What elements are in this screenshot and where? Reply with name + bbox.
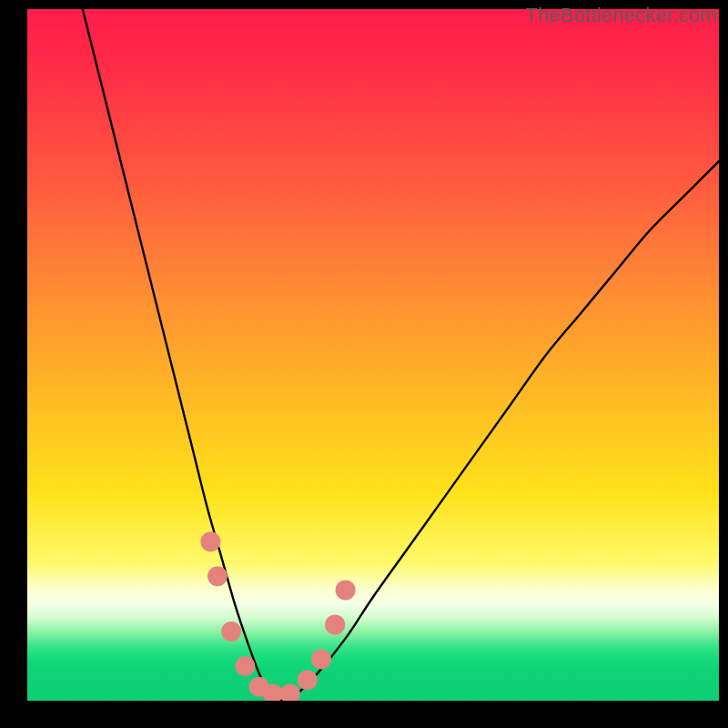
data-dot — [336, 580, 356, 600]
data-dot — [235, 656, 255, 676]
plot-area — [27, 9, 719, 701]
curve-layer — [27, 9, 719, 701]
data-dot — [280, 683, 300, 701]
bottleneck-curve — [83, 9, 719, 701]
data-dots — [200, 531, 355, 701]
data-dot — [325, 614, 345, 634]
data-dot — [207, 566, 228, 586]
data-dot — [298, 670, 318, 690]
data-dot — [311, 649, 331, 669]
data-dot — [221, 622, 241, 642]
data-dot — [200, 531, 220, 551]
watermark-text: TheBottlenecker.com — [526, 4, 717, 27]
chart-frame: TheBottlenecker.com — [0, 0, 728, 728]
